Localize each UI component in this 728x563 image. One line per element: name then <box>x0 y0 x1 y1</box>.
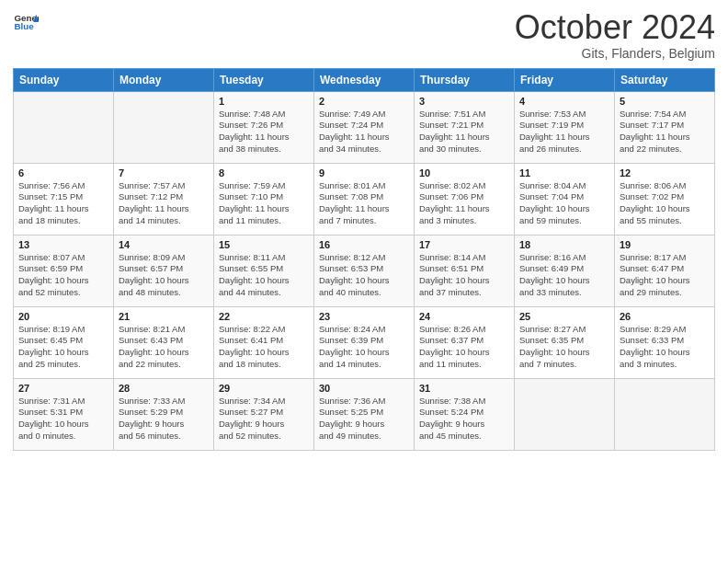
week-row-2: 6Sunrise: 7:56 AM Sunset: 7:15 PM Daylig… <box>14 163 715 235</box>
day-number: 7 <box>119 167 209 178</box>
day-number: 27 <box>18 383 108 394</box>
calendar-cell: 13Sunrise: 8:07 AM Sunset: 6:59 PM Dayli… <box>14 235 114 306</box>
day-info: Sunrise: 8:17 AM Sunset: 6:47 PM Dayligh… <box>620 252 710 299</box>
calendar-body: 1Sunrise: 7:48 AM Sunset: 7:26 PM Daylig… <box>14 91 715 450</box>
calendar-cell: 3Sunrise: 7:51 AM Sunset: 7:21 PM Daylig… <box>415 91 515 163</box>
title-section: October 2024 Gits, Flanders, Belgium <box>515 9 715 61</box>
calendar-cell: 29Sunrise: 7:34 AM Sunset: 5:27 PM Dayli… <box>214 378 314 450</box>
day-number: 22 <box>219 311 309 322</box>
day-info: Sunrise: 7:56 AM Sunset: 7:15 PM Dayligh… <box>18 180 108 227</box>
calendar-cell: 25Sunrise: 8:27 AM Sunset: 6:35 PM Dayli… <box>515 306 615 378</box>
calendar-cell: 11Sunrise: 8:04 AM Sunset: 7:04 PM Dayli… <box>515 163 615 235</box>
day-info: Sunrise: 8:27 AM Sunset: 6:35 PM Dayligh… <box>519 324 609 371</box>
calendar-cell <box>14 91 114 163</box>
day-info: Sunrise: 8:12 AM Sunset: 6:53 PM Dayligh… <box>319 252 409 299</box>
day-number: 6 <box>18 167 108 178</box>
day-number: 2 <box>319 96 409 107</box>
day-info: Sunrise: 8:29 AM Sunset: 6:33 PM Dayligh… <box>620 324 710 371</box>
day-info: Sunrise: 7:36 AM Sunset: 5:25 PM Dayligh… <box>319 396 409 442</box>
calendar-cell: 28Sunrise: 7:33 AM Sunset: 5:29 PM Dayli… <box>114 378 214 450</box>
day-number: 4 <box>519 96 609 107</box>
calendar-cell: 6Sunrise: 7:56 AM Sunset: 7:15 PM Daylig… <box>14 163 114 235</box>
calendar-cell: 26Sunrise: 8:29 AM Sunset: 6:33 PM Dayli… <box>615 306 715 378</box>
day-info: Sunrise: 7:38 AM Sunset: 5:24 PM Dayligh… <box>419 396 509 442</box>
day-info: Sunrise: 8:02 AM Sunset: 7:06 PM Dayligh… <box>419 180 509 227</box>
page-header: General Blue October 2024 Gits, Flanders… <box>13 9 715 61</box>
month-title: October 2024 <box>515 9 715 46</box>
calendar-cell: 10Sunrise: 8:02 AM Sunset: 7:06 PM Dayli… <box>415 163 515 235</box>
day-info: Sunrise: 8:16 AM Sunset: 6:49 PM Dayligh… <box>519 252 609 299</box>
calendar-cell: 19Sunrise: 8:17 AM Sunset: 6:47 PM Dayli… <box>615 235 715 306</box>
day-number: 5 <box>620 96 710 107</box>
day-number: 12 <box>620 167 710 178</box>
day-number: 9 <box>319 167 409 178</box>
day-number: 24 <box>419 311 509 322</box>
day-number: 29 <box>219 383 309 394</box>
day-info: Sunrise: 8:26 AM Sunset: 6:37 PM Dayligh… <box>419 324 509 371</box>
calendar-cell: 18Sunrise: 8:16 AM Sunset: 6:49 PM Dayli… <box>515 235 615 306</box>
calendar-cell: 31Sunrise: 7:38 AM Sunset: 5:24 PM Dayli… <box>415 378 515 450</box>
day-number: 11 <box>519 167 609 178</box>
day-info: Sunrise: 8:07 AM Sunset: 6:59 PM Dayligh… <box>18 252 108 299</box>
day-number: 31 <box>419 383 509 394</box>
day-info: Sunrise: 7:31 AM Sunset: 5:31 PM Dayligh… <box>18 396 108 442</box>
calendar-cell: 7Sunrise: 7:57 AM Sunset: 7:12 PM Daylig… <box>114 163 214 235</box>
weekday-tuesday: Tuesday <box>214 68 314 91</box>
calendar-cell: 20Sunrise: 8:19 AM Sunset: 6:45 PM Dayli… <box>14 306 114 378</box>
calendar-cell <box>615 378 715 450</box>
day-number: 3 <box>419 96 509 107</box>
calendar-cell: 14Sunrise: 8:09 AM Sunset: 6:57 PM Dayli… <box>114 235 214 306</box>
day-number: 20 <box>18 311 108 322</box>
weekday-saturday: Saturday <box>615 68 715 91</box>
day-info: Sunrise: 7:59 AM Sunset: 7:10 PM Dayligh… <box>219 180 309 227</box>
day-number: 10 <box>419 167 509 178</box>
calendar-cell: 16Sunrise: 8:12 AM Sunset: 6:53 PM Dayli… <box>314 235 415 306</box>
calendar-cell: 4Sunrise: 7:53 AM Sunset: 7:19 PM Daylig… <box>515 91 615 163</box>
location-subtitle: Gits, Flanders, Belgium <box>515 46 715 61</box>
weekday-header-row: SundayMondayTuesdayWednesdayThursdayFrid… <box>14 68 715 91</box>
weekday-sunday: Sunday <box>14 68 114 91</box>
calendar-cell: 21Sunrise: 8:21 AM Sunset: 6:43 PM Dayli… <box>114 306 214 378</box>
day-number: 23 <box>319 311 409 322</box>
day-number: 16 <box>319 239 409 250</box>
calendar-cell: 24Sunrise: 8:26 AM Sunset: 6:37 PM Dayli… <box>415 306 515 378</box>
calendar-cell <box>515 378 615 450</box>
day-number: 26 <box>620 311 710 322</box>
day-info: Sunrise: 8:24 AM Sunset: 6:39 PM Dayligh… <box>319 324 409 371</box>
day-info: Sunrise: 7:53 AM Sunset: 7:19 PM Dayligh… <box>519 109 609 155</box>
day-number: 19 <box>620 239 710 250</box>
calendar-cell: 8Sunrise: 7:59 AM Sunset: 7:10 PM Daylig… <box>214 163 314 235</box>
day-info: Sunrise: 7:49 AM Sunset: 7:24 PM Dayligh… <box>319 109 409 155</box>
calendar-cell: 9Sunrise: 8:01 AM Sunset: 7:08 PM Daylig… <box>314 163 415 235</box>
day-info: Sunrise: 8:01 AM Sunset: 7:08 PM Dayligh… <box>319 180 409 227</box>
day-number: 14 <box>119 239 209 250</box>
day-info: Sunrise: 8:19 AM Sunset: 6:45 PM Dayligh… <box>18 324 108 371</box>
calendar-cell: 15Sunrise: 8:11 AM Sunset: 6:55 PM Dayli… <box>214 235 314 306</box>
day-info: Sunrise: 8:06 AM Sunset: 7:02 PM Dayligh… <box>620 180 710 227</box>
logo: General Blue <box>13 9 39 35</box>
logo-icon: General Blue <box>13 9 39 35</box>
day-info: Sunrise: 8:14 AM Sunset: 6:51 PM Dayligh… <box>419 252 509 299</box>
calendar-cell: 22Sunrise: 8:22 AM Sunset: 6:41 PM Dayli… <box>214 306 314 378</box>
day-number: 28 <box>119 383 209 394</box>
calendar-cell: 27Sunrise: 7:31 AM Sunset: 5:31 PM Dayli… <box>14 378 114 450</box>
weekday-thursday: Thursday <box>415 68 515 91</box>
day-number: 1 <box>219 96 309 107</box>
day-number: 15 <box>219 239 309 250</box>
calendar-table: SundayMondayTuesdayWednesdayThursdayFrid… <box>13 68 715 451</box>
calendar-cell: 12Sunrise: 8:06 AM Sunset: 7:02 PM Dayli… <box>615 163 715 235</box>
calendar-cell: 2Sunrise: 7:49 AM Sunset: 7:24 PM Daylig… <box>314 91 415 163</box>
day-number: 21 <box>119 311 209 322</box>
day-info: Sunrise: 8:09 AM Sunset: 6:57 PM Dayligh… <box>119 252 209 299</box>
week-row-4: 20Sunrise: 8:19 AM Sunset: 6:45 PM Dayli… <box>14 306 715 378</box>
day-info: Sunrise: 7:57 AM Sunset: 7:12 PM Dayligh… <box>119 180 209 227</box>
day-info: Sunrise: 7:51 AM Sunset: 7:21 PM Dayligh… <box>419 109 509 155</box>
day-number: 18 <box>519 239 609 250</box>
day-number: 25 <box>519 311 609 322</box>
weekday-wednesday: Wednesday <box>314 68 415 91</box>
calendar-cell: 5Sunrise: 7:54 AM Sunset: 7:17 PM Daylig… <box>615 91 715 163</box>
day-number: 30 <box>319 383 409 394</box>
svg-text:Blue: Blue <box>14 21 34 31</box>
day-info: Sunrise: 8:21 AM Sunset: 6:43 PM Dayligh… <box>119 324 209 371</box>
week-row-3: 13Sunrise: 8:07 AM Sunset: 6:59 PM Dayli… <box>14 235 715 306</box>
